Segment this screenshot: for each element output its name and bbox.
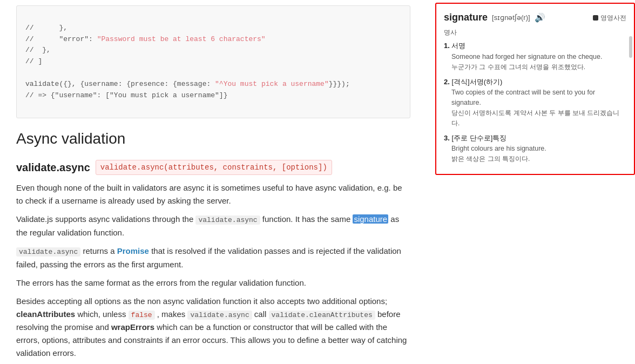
dict-def-num-1: 1. bbox=[444, 42, 451, 50]
dict-def-num-2: 2. bbox=[444, 78, 451, 86]
dict-def-num-3: 3. bbox=[444, 134, 451, 142]
code-line-5: validate({}, {username: {presence: {mess… bbox=[25, 80, 350, 88]
label-dot-icon bbox=[593, 15, 598, 21]
code-line-1: // }, bbox=[25, 24, 67, 32]
scrollbar-thumb bbox=[629, 36, 632, 58]
dict-def-text-2: [격식]서명(하기) bbox=[451, 78, 502, 86]
promise-link[interactable]: Promise bbox=[117, 246, 149, 255]
dict-example-ko-2: 당신이 서명하시도록 계약서 사본 두 부를 보내 드리겠습니다. bbox=[451, 108, 626, 128]
dict-def-text-1: 서명 bbox=[451, 42, 465, 50]
paragraph-2: Validate.js supports async validations t… bbox=[16, 213, 410, 239]
dict-label: 영영사전 bbox=[593, 13, 626, 23]
dict-word: signature bbox=[444, 10, 488, 25]
dict-header: signature [sɪɡnətʃə(r)] 🔊 영영사전 bbox=[444, 10, 626, 25]
code-line-3: // }, bbox=[25, 46, 51, 54]
dict-def-3: 3. [주로 단수로]특징 Bright colours are his sig… bbox=[444, 133, 626, 164]
dict-scrollbar[interactable] bbox=[629, 31, 632, 168]
validate-async-inline-3: validate.async bbox=[187, 311, 252, 320]
clean-attributes-bold: cleanAttributes bbox=[16, 309, 75, 319]
method-signature: validate.async(attributes, constraints, … bbox=[96, 160, 332, 175]
dict-example-ko-1: 누군가가 그 수표에 그녀의 서명을 위조했었다. bbox=[451, 62, 626, 72]
paragraph-5: Besides accepting all options as the non… bbox=[16, 295, 410, 360]
paragraph-3: validate.async returns a Promise that is… bbox=[16, 245, 410, 271]
paragraph-1: Even though none of the built in validat… bbox=[16, 181, 410, 207]
code-line-6: // => {"username": ["You must pick a use… bbox=[25, 91, 227, 99]
validate-async-inline-1: validate.async bbox=[195, 215, 260, 225]
false-inline: false bbox=[129, 311, 155, 320]
paragraph-4: The errors has the same format as the er… bbox=[16, 277, 410, 289]
code-line-2: // "error": "Password must be at least 6… bbox=[25, 35, 266, 43]
section-heading: Async validation bbox=[16, 127, 410, 151]
dict-example-en-1: Someone had forged her signature on the … bbox=[451, 52, 626, 62]
code-line-4: // ] bbox=[25, 57, 42, 65]
code-block: // }, // "error": "Password must be at l… bbox=[16, 5, 410, 118]
para2-function-text: function. It has the same bbox=[262, 214, 350, 224]
dict-def-1: 1. 서명 Someone had forged her signature o… bbox=[444, 41, 626, 72]
signature-highlight: signature bbox=[353, 214, 388, 224]
dict-pronunciation: [sɪɡnətʃə(r)] bbox=[492, 12, 530, 23]
para3-text: returns a bbox=[83, 246, 117, 255]
para2-prefix: Validate.js supports async validations t… bbox=[16, 214, 193, 224]
dict-def-2: 2. [격식]서명(하기) Two copies of the contract… bbox=[444, 77, 626, 129]
wrap-errors-bold: wrapErrors bbox=[111, 322, 154, 332]
dict-label-text: 영영사전 bbox=[600, 13, 626, 23]
dict-title-row: signature [sɪɡnətʃə(r)] 🔊 bbox=[444, 10, 545, 25]
method-heading: validate.async validate.async(attributes… bbox=[16, 159, 410, 176]
dict-example-ko-3: 밝은 색상은 그의 특징이다. bbox=[451, 154, 626, 164]
dict-example-en-3: Bright colours are his signature. bbox=[451, 144, 626, 154]
dict-pos: 명사 bbox=[444, 28, 626, 38]
validate-clean-attrs-inline: validate.cleanAttributes bbox=[269, 311, 375, 320]
method-name: validate.async bbox=[16, 159, 90, 176]
dictionary-popup: signature [sɪɡnətʃə(r)] 🔊 영영사전 명사 1. 서명 … bbox=[435, 3, 635, 175]
validate-async-inline-2: validate.async bbox=[16, 247, 80, 257]
speaker-icon[interactable]: 🔊 bbox=[535, 11, 545, 25]
dict-example-en-2: Two copies of the contract will be sent … bbox=[451, 87, 626, 109]
dict-def-text-3: [주로 단수로]특징 bbox=[451, 134, 506, 142]
